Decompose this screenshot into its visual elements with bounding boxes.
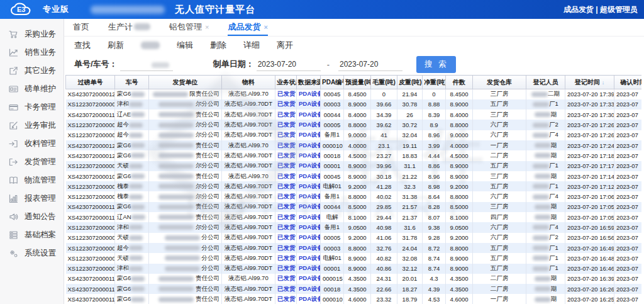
table-row[interactable]: XS12230720000089津和 尔分公司液态铝.Al99.70DT已发货P… [66,99,642,110]
table-row[interactable]: XS4230720000124蒙G6 责任公司液态铝.Al99.70已发货PDA… [66,140,642,150]
toolbar-button-编辑[interactable]: 编辑 [177,40,193,51]
sidebar-item-label: 物流管理 [25,175,56,186]
close-icon[interactable]: × [264,23,267,31]
bank-card-icon [8,103,18,113]
table-row[interactable]: XS12230720000090超今 尔分公司液态铝.Al99.70DT已发货P… [66,130,642,140]
toolbar-button-详细[interactable]: 详细 [243,40,260,51]
column-header-PDA编号[interactable]: PDA编号 [321,76,344,89]
cell-tare: 30.72 [397,120,423,130]
column-header-登记人员[interactable]: 登记人员 [526,76,565,89]
redacted-text [158,286,194,291]
cell-source: PDA设备 [297,110,321,120]
table-row[interactable]: XS4230720000119辽AN 责任公司液态铝.Al99.70DT已发货P… [66,212,642,222]
user-info[interactable]: 成品发货 | 超级管理员 [564,4,638,15]
cell-tare: 31.38 [397,191,423,201]
column-header-发货单位[interactable]: 发货单位 [149,76,222,89]
table-row[interactable]: XS4230720000120蒙G6 限责任公司液态铝.Al99.70已发货PD… [66,89,642,99]
table-row[interactable]: XS12230720000085超今 分公司液态铝.Al99.70DT已发货PD… [66,243,642,253]
sidebar-item-其它业务[interactable]: 其它业务 [0,62,64,80]
column-header-登记时间[interactable]: 登记时间 ↓ [565,76,614,89]
column-header-毛重(吨)[interactable]: 毛重(吨) [371,76,397,89]
redacted-text [158,102,194,107]
table-row[interactable]: XS12230720000080天硕 尔分公司液态铝.Al99.70DT已发货P… [66,161,642,171]
cell-confirm-time: 2023-07 [614,140,642,150]
cell-status: 已发货 [275,202,297,212]
column-header-过磅单号[interactable]: 过磅单号 [66,76,115,89]
cell-pre-qty: 9.2000 [344,233,371,243]
table-row[interactable]: XS4230720000109蒙G6 责任公司液态铝.Al99.70已发货PDA… [66,171,642,181]
sidebar-item-系统设置[interactable]: 系统设置 [0,244,64,262]
cell-unit: 责任公司 [149,202,222,212]
sidebar-item-通知公告[interactable]: 通知公告 [0,208,64,226]
cell-net: 4.3 [423,274,446,284]
cell-pda: 电解 [321,212,344,222]
cell-net: 3.99 [423,140,446,150]
cell-reg-time: 2023-07-20 17:05 [565,212,614,222]
cell-pieces: 8.9000 [446,253,473,263]
cell-plate: 辽AE [115,110,149,120]
table-row[interactable]: XS12230720000084津和 分公司液态铝.Al99.70DT已发货PD… [66,264,642,274]
sidebar-item-发货管理[interactable]: 发货管理 [0,153,64,171]
redacted-text [535,297,551,302]
tab-成品发货[interactable]: 成品发货× [228,19,267,36]
table-row[interactable]: XS12230720000079天硕 分公司液态铝.Al99.70DT已发货PD… [66,253,642,263]
column-header-物料[interactable]: 物料 [222,76,275,89]
search-button[interactable]: 搜 索 [416,56,456,73]
table-row[interactable]: XS12230720000082槐泰 尔分公司液态铝.Al99.70DT已发货P… [66,191,642,201]
cell-pre-qty: 9.2000 [344,181,371,191]
table-row[interactable]: XS4230720000111蒙G6 责任公司液态铝.Al99.70DT已发货P… [66,294,642,304]
table-row[interactable]: XS12230720000086槐泰 尔分公司液态铝.Al99.70DT已发货P… [66,181,642,191]
table-row[interactable]: XS12230720000088超今 尔分公司液态铝.Al99.70DT已发货P… [66,120,642,130]
cell-registrar: 厂2 [526,120,565,130]
toolbar-button-离开[interactable]: 离开 [277,40,293,51]
column-header-发货仓库[interactable]: 发货仓库 [473,76,526,89]
column-header-净重(吨)[interactable]: 净重(吨) [423,76,446,89]
sidebar-item-业务审批[interactable]: 业务审批 [0,116,64,135]
toolbar-button-查找[interactable]: 查找 [74,40,91,51]
sidebar-item-销售业务[interactable]: 销售业务 [0,43,64,62]
tab-首页[interactable]: 首页 [73,19,89,36]
tab-生产计[interactable]: 生产计 [108,19,150,36]
column-header-数据来源[interactable]: 数据来源 [297,76,321,89]
cell-pre-qty: 8.5000 [344,202,371,212]
sidebar-item-物流管理[interactable]: 物流管理 [0,171,64,189]
column-header-业务状态[interactable]: 业务状态 [275,76,297,89]
toolbar-button-redacted[interactable] [141,42,160,49]
table-row[interactable]: XS4230720000123蒙G6 责任公司液态铝.Al99.70DT已发货P… [66,150,642,160]
cell-reg-time: 2023-07-20 16:25 [565,294,614,304]
cell-warehouse: 三厂房 [473,89,526,99]
date-from-input[interactable] [257,58,321,71]
table-row[interactable]: XS4230720000116辽AE 责任公司液态铝.Al99.70DT已发货P… [66,110,642,120]
column-header-件数[interactable]: 件数 [446,76,473,89]
toolbar-button-删除[interactable]: 删除 [210,40,226,51]
column-header-车号[interactable]: 车号 [115,76,149,89]
cell-pieces: 8.4500 [446,89,473,99]
cell-pieces: 4.6000 [446,294,473,304]
table-row[interactable]: XS12230720000087津和 尔分公司液态铝.Al99.70DT已发货P… [66,222,642,232]
cell-tare: 18.79 [397,294,423,304]
id-card-icon [8,84,18,94]
sidebar-item-基础档案[interactable]: 基础档案 [0,226,64,244]
cell-net: 8.74 [423,253,446,263]
cell-gross: 22.66 [371,284,397,294]
table-row[interactable]: XS4230720000115蒙G6 责任公司液态铝.Al99.70已发货PDA… [66,274,642,284]
column-header-预提量(吨)[interactable]: 预提量(吨) [344,76,371,89]
sidebar-item-报表管理[interactable]: 报表管理 [0,189,64,208]
date-to-input[interactable] [338,58,402,71]
toolbar-button-刷新[interactable]: 刷新 [108,40,124,51]
cell-tare: 26 [397,110,423,120]
close-icon[interactable]: × [205,23,209,31]
table-row[interactable]: XS4230720000113蒙G6 责任公司液态铝.Al99.70DT已发货P… [66,202,642,212]
table-row[interactable]: XS4230720000117蒙G6 责任公司液态铝.Al99.70DT已发货P… [66,284,642,294]
column-header-皮重(吨)[interactable]: 皮重(吨) [397,76,423,89]
sidebar-item-收料管理[interactable]: 收料管理 [0,135,64,153]
cell-unit: 尔分公司 [149,181,222,191]
cell-confirm-time: 2023-07 [614,120,642,130]
table-row[interactable]: XS12230720000083天硕 分公司液态铝.Al99.70DT已发货PD… [66,233,642,243]
tab-铝包管理[interactable]: 铝包管理× [169,19,209,36]
sidebar-item-卡务管理[interactable]: 卡务管理 [0,98,64,116]
sidebar-item-采购业务[interactable]: 采购业务 [0,25,64,43]
cell-bill-no: XS12230720000086 [66,181,115,191]
sidebar-item-磅单维护[interactable]: 磅单维护 [0,80,64,98]
column-header-确认时间[interactable]: 确认时间 [614,76,642,89]
